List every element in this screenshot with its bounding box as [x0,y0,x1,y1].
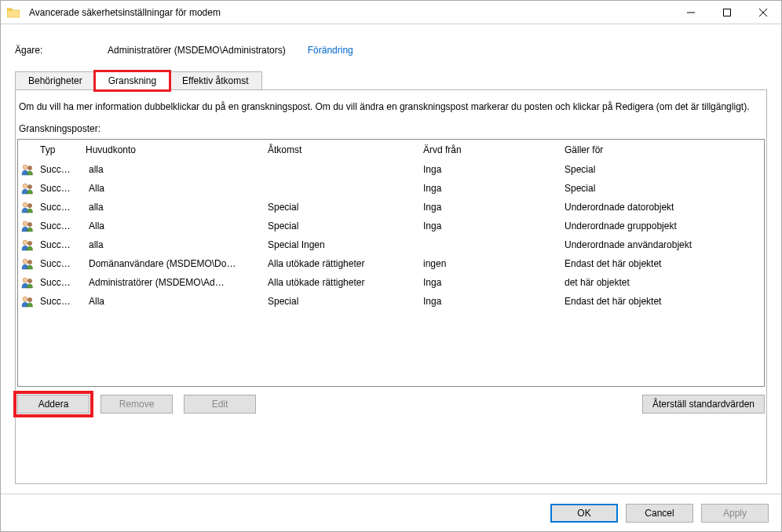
cell-type: Succ… [37,258,82,269]
table-row[interactable]: Succ…allaSpecialIngaUnderordnade datorob… [18,198,764,217]
instruction-text: Om du vill ha mer information dubbelklic… [17,101,765,123]
users-icon [18,239,37,251]
col-principal-header[interactable]: Huvudkonto [82,144,265,155]
cell-type: Succ… [37,296,82,307]
entry-buttons-row: Addera Remove Edit Återställ standardvär… [17,395,765,414]
advanced-security-window: Avancerade säkerhetsinställningar för mo… [0,0,782,532]
table-row[interactable]: Succ…AllaSpecialIngaEndast det här objek… [18,292,764,311]
users-icon [18,295,37,308]
table-row[interactable]: Succ…Domänanvändare (MSDEMO\Do…Alla utök… [18,254,764,273]
cell-inherited: Inga [420,296,561,307]
cell-type: Succ… [37,239,82,250]
cell-inherited: ingen [420,258,561,269]
tab-permissions[interactable]: Behörigheter [15,71,96,90]
list-label: Granskningsposter: [17,123,765,139]
svg-point-13 [23,278,27,282]
ok-button[interactable]: OK [550,504,618,523]
owner-change-link[interactable]: Förändring [308,45,353,56]
cell-inherited: Inga [420,202,561,213]
dialog-body: Ägare: Administratörer (MSDEMO\Administr… [1,24,781,494]
table-row[interactable]: Succ…Administratörer (MSDEMO\Ad…Alla utö… [18,273,764,292]
cell-access: Special [265,202,420,213]
cell-access: Special [265,220,420,231]
tab-effective-access[interactable]: Effektiv åtkomst [169,71,261,90]
cell-inherited: Inga [420,220,561,231]
cell-principal: alla [82,239,265,250]
cell-type: Succ… [37,183,82,194]
edit-button: Edit [184,395,256,414]
cell-type: Succ… [37,202,82,213]
svg-rect-0 [724,9,731,16]
users-icon [18,220,37,232]
cell-principal: Alla [82,220,265,231]
list-header: Typ Huvudkonto Åtkomst Ärvd från Gäller … [18,140,764,160]
owner-label: Ägare: [15,45,108,56]
list-body: Succ…allaIngaSpecial Succ…AllaIngaSpecia… [18,160,764,386]
dialog-footer: OK Cancel Apply [1,494,781,531]
cell-applies: Endast det här objektet [561,296,764,307]
svg-point-16 [27,297,31,301]
close-button[interactable] [745,1,781,24]
cell-principal: Administratörer (MSDEMO\Ad… [82,277,265,288]
table-row[interactable]: Succ…allaSpecial IngenUnderordnade använ… [18,235,764,254]
folder-icon [1,7,26,18]
cell-principal: Alla [82,183,265,194]
cell-access: Alla utökade rättigheter [265,277,420,288]
cell-type: Succ… [37,277,82,288]
window-controls [673,1,781,24]
cell-applies: Special [561,164,764,175]
col-applies-header[interactable]: Gäller för [561,144,764,155]
maximize-button[interactable] [709,1,745,24]
cancel-button[interactable]: Cancel [626,504,693,523]
cell-applies: Underordnade datorobjekt [561,202,764,213]
svg-point-2 [27,166,31,169]
owner-value: Administratörer (MSDEMO\Administrators) [108,45,286,56]
col-inherited-header[interactable]: Ärvd från [420,144,561,155]
col-type-header[interactable]: Typ [37,144,82,155]
svg-point-11 [23,259,27,264]
cell-type: Succ… [37,164,82,175]
cell-access: Special Ingen [265,239,420,250]
table-row[interactable]: Succ…AllaSpecialIngaUnderordnade gruppob… [18,217,764,235]
svg-point-3 [23,184,27,188]
cell-applies: Special [561,183,764,194]
users-icon [18,257,37,270]
cell-principal: alla [82,164,265,175]
tab-panel: Om du vill ha mer information dubbelklic… [15,89,767,484]
users-icon [18,276,37,289]
cell-principal: Alla [82,296,265,307]
add-button[interactable]: Addera [17,395,90,414]
svg-point-12 [27,260,31,264]
svg-point-14 [27,279,31,282]
tabstrip: Behörigheter Granskning Effektiv åtkomst [15,71,767,90]
svg-point-15 [23,297,27,301]
cell-applies: Underordnade användarobjekt [561,239,764,250]
titlebar: Avancerade säkerhetsinställningar för mo… [1,1,781,24]
remove-button: Remove [100,395,173,414]
col-access-header[interactable]: Åtkomst [265,144,420,155]
users-icon [18,201,37,213]
audit-entry-list[interactable]: Typ Huvudkonto Åtkomst Ärvd från Gäller … [17,139,765,387]
cell-inherited: Inga [420,164,561,175]
users-icon [18,182,37,195]
cell-inherited: Inga [420,277,561,288]
svg-point-9 [23,240,27,245]
cell-principal: alla [82,202,265,213]
svg-point-1 [23,165,27,169]
svg-point-4 [27,184,31,188]
restore-defaults-button[interactable]: Återställ standardvärden [642,395,765,414]
cell-principal: Domänanvändare (MSDEMO\Do… [82,258,265,269]
window-title: Avancerade säkerhetsinställningar för mo… [26,7,673,18]
svg-point-10 [27,241,31,245]
svg-point-8 [27,222,31,226]
table-row[interactable]: Succ…AllaIngaSpecial [18,179,764,198]
cell-applies: Underordnade gruppobjekt [561,220,764,231]
cell-type: Succ… [37,220,82,231]
tab-auditing[interactable]: Granskning [95,71,170,90]
cell-access: Special [265,296,420,307]
svg-point-7 [23,221,27,226]
cell-inherited: Inga [420,183,561,194]
owner-row: Ägare: Administratörer (MSDEMO\Administr… [15,45,767,56]
table-row[interactable]: Succ…allaIngaSpecial [18,160,764,179]
minimize-button[interactable] [673,1,709,24]
